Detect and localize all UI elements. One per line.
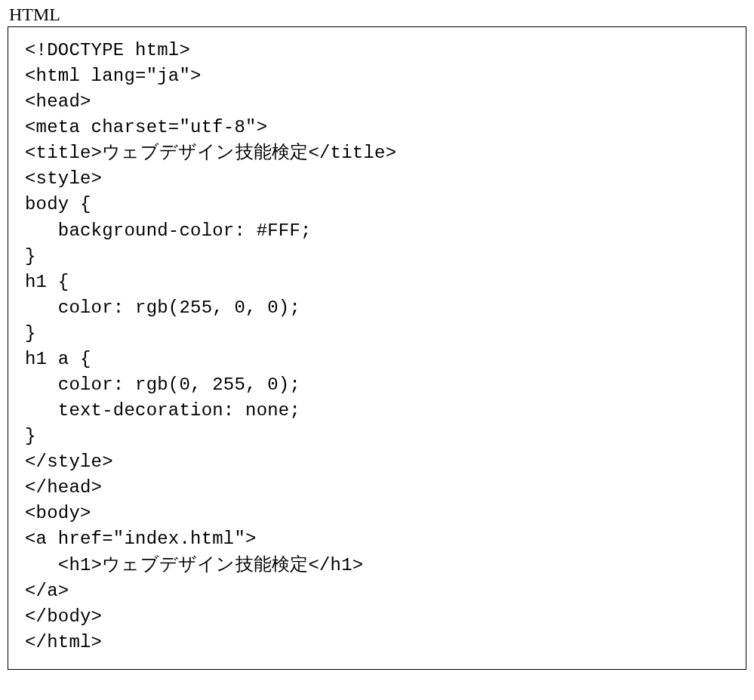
- code-line: </html>: [25, 630, 729, 655]
- code-line: <h1>ウェブデザイン技能検定</h1>: [25, 553, 729, 578]
- code-line: <html lang="ja">: [25, 63, 729, 89]
- code-line: <head>: [25, 89, 729, 115]
- code-line: h1 {: [25, 270, 729, 295]
- code-line: </head>: [25, 475, 729, 501]
- code-line: color: rgb(255, 0, 0);: [25, 295, 729, 321]
- code-line: <body>: [25, 501, 729, 526]
- code-line: <a href="index.html">: [25, 526, 729, 552]
- code-line: color: rgb(0, 255, 0);: [25, 372, 729, 398]
- code-line: }: [25, 424, 729, 449]
- code-line: background-color: #FFF;: [25, 218, 729, 244]
- code-listing-box: <!DOCTYPE html> <html lang="ja"> <head> …: [8, 26, 746, 670]
- code-line: }: [25, 244, 729, 270]
- code-line: <title>ウェブデザイン技能検定</title>: [25, 140, 729, 166]
- code-line: </style>: [25, 449, 729, 475]
- code-line: <meta charset="utf-8">: [25, 115, 729, 140]
- code-line: h1 a {: [25, 347, 729, 372]
- code-line: }: [25, 321, 729, 347]
- code-line: <!DOCTYPE html>: [25, 38, 729, 63]
- code-line: body {: [25, 192, 729, 217]
- code-line: text-decoration: none;: [25, 398, 729, 424]
- code-line: <style>: [25, 166, 729, 192]
- code-line: </body>: [25, 604, 729, 630]
- code-line: </a>: [25, 578, 729, 604]
- section-label: HTML: [9, 5, 746, 25]
